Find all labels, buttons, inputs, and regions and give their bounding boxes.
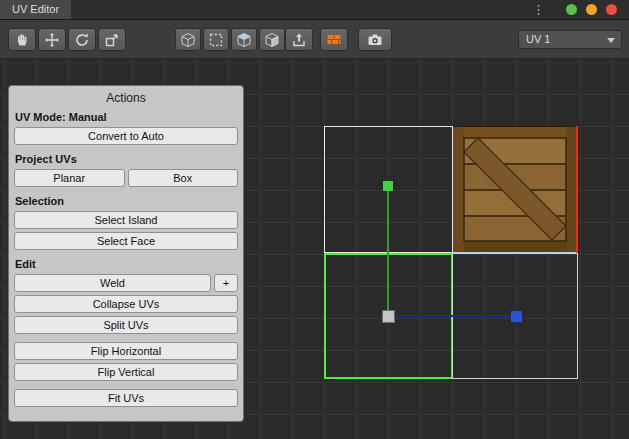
gizmo-handle-green[interactable] xyxy=(383,181,393,191)
actions-panel-title: Actions xyxy=(14,89,238,109)
tool-group-element-modes xyxy=(175,28,285,51)
rotate-icon xyxy=(74,32,90,48)
marquee-icon xyxy=(208,32,224,48)
selection-label: Selection xyxy=(15,195,238,207)
status-dot-yellow[interactable] xyxy=(586,4,597,15)
texture-view-group xyxy=(320,28,348,51)
bricks-icon xyxy=(326,32,342,48)
frame-arrow-icon xyxy=(104,32,120,48)
wood-crate-texture xyxy=(452,126,578,253)
fit-uvs-button[interactable]: Fit UVs xyxy=(14,389,238,407)
pan-tool-button[interactable] xyxy=(8,28,36,51)
project-uv-button[interactable] xyxy=(285,28,313,51)
camera-icon xyxy=(367,32,383,48)
tab-uv-editor[interactable]: UV Editor xyxy=(0,0,71,19)
weld-settings-button[interactable]: + xyxy=(214,274,238,292)
split-uvs-button[interactable]: Split UVs xyxy=(14,316,238,334)
vertex-mode-button[interactable] xyxy=(203,28,229,51)
uv-editor-window: UV Editor ⋮ xyxy=(0,0,629,439)
planar-button[interactable]: Planar xyxy=(14,169,125,187)
flip-vertical-button[interactable]: Flip Vertical xyxy=(14,363,238,381)
highlighted-edge-light-blue[interactable] xyxy=(452,252,578,254)
cube-icon xyxy=(180,32,196,48)
face-mode-button[interactable] xyxy=(259,28,285,51)
frame-tool-button[interactable] xyxy=(98,28,126,51)
highlighted-edge-red[interactable] xyxy=(576,126,578,253)
hand-icon xyxy=(14,32,30,48)
box-button[interactable]: Box xyxy=(128,169,239,187)
edit-label: Edit xyxy=(15,258,238,270)
status-dot-red[interactable] xyxy=(606,4,617,15)
move-icon xyxy=(44,32,60,48)
tool-group-transform xyxy=(8,28,126,51)
select-island-button[interactable]: Select Island xyxy=(14,211,238,229)
project-uv-group xyxy=(285,28,313,51)
weld-button[interactable]: Weld xyxy=(14,274,211,292)
gizmo-handle-blue[interactable] xyxy=(511,311,522,322)
select-face-button[interactable]: Select Face xyxy=(14,232,238,250)
render-template-group xyxy=(358,28,392,51)
gizmo-handle-center[interactable] xyxy=(382,310,395,323)
actions-panel: Actions UV Mode: Manual Convert to Auto … xyxy=(8,85,244,422)
camera-button[interactable] xyxy=(358,28,392,51)
weld-row: Weld + xyxy=(14,274,238,292)
collapse-uvs-button[interactable]: Collapse UVs xyxy=(14,295,238,313)
uv-canvas[interactable]: Actions UV Mode: Manual Convert to Auto … xyxy=(0,59,629,439)
uv-mode-label: UV Mode: Manual xyxy=(15,111,238,123)
cube-top-highlight-icon xyxy=(236,32,252,48)
window-title: UV Editor xyxy=(12,3,59,15)
flip-horizontal-button[interactable]: Flip Horizontal xyxy=(14,342,238,360)
export-arrow-icon xyxy=(291,32,307,48)
gizmo-axis-y-green xyxy=(387,186,389,316)
object-mode-button[interactable] xyxy=(175,28,201,51)
crate-texture-quad[interactable] xyxy=(452,126,578,253)
project-uvs-label: Project UVs xyxy=(15,153,238,165)
tab-bar: UV Editor ⋮ xyxy=(0,0,629,20)
uv-channel-dropdown[interactable]: UV 1 xyxy=(518,30,622,49)
texture-view-button[interactable] xyxy=(320,28,348,51)
uv-channel-value: UV 1 xyxy=(526,33,550,45)
cube-face-icon xyxy=(264,32,280,48)
rotate-tool-button[interactable] xyxy=(68,28,96,51)
toolbar: UV 1 xyxy=(0,20,629,59)
kebab-menu-icon[interactable]: ⋮ xyxy=(532,2,545,17)
gizmo-axis-x-blue xyxy=(388,315,516,317)
edge-mode-button[interactable] xyxy=(231,28,257,51)
move-tool-button[interactable] xyxy=(38,28,66,51)
convert-to-auto-button[interactable]: Convert to Auto xyxy=(14,127,238,145)
chevron-down-icon xyxy=(607,38,615,43)
project-uvs-row: Planar Box xyxy=(14,169,238,187)
status-dot-green[interactable] xyxy=(566,4,577,15)
